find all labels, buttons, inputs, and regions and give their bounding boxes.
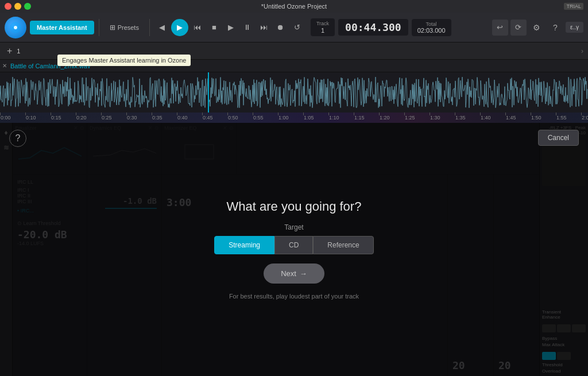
- next-arrow-icon: →: [300, 269, 307, 278]
- toolbar-separator-1: [99, 19, 99, 36]
- app-logo: [5, 17, 26, 38]
- time-display: 00:44.300: [338, 19, 408, 36]
- playhead: [208, 72, 209, 113]
- help-button[interactable]: ?: [547, 20, 563, 36]
- main-content: ♦ ≋ Equalizer ✕ ⊙ Dynamics EQ ✕ ⊙: [0, 123, 588, 376]
- track-info: Track 1: [311, 18, 335, 36]
- timeline-ruler[interactable]: [0, 113, 588, 123]
- presets-label: Presets: [118, 24, 139, 31]
- dialog-box: What are you going for? Target Streaming…: [185, 199, 403, 300]
- target-buttons-group: Streaming CD Reference: [214, 236, 373, 254]
- next-button[interactable]: Next →: [264, 263, 324, 284]
- record-button[interactable]: ⏺: [273, 20, 288, 35]
- undo-button[interactable]: ↩: [492, 20, 508, 36]
- toolbar: Master Assistant Engages Master Assistan…: [0, 13, 588, 42]
- streaming-button[interactable]: Streaming: [214, 236, 274, 254]
- stop-button[interactable]: ■: [207, 20, 222, 35]
- fast-forward-button[interactable]: ⏭: [257, 20, 272, 35]
- track-number-label: 1: [17, 48, 20, 55]
- waveform-area: [0, 72, 588, 113]
- current-time: 00:44.300: [345, 21, 401, 33]
- pause-button[interactable]: ⏸: [240, 20, 255, 35]
- waveform-canvas: [0, 72, 588, 113]
- rewind-start-button[interactable]: ⏮: [190, 20, 205, 35]
- history-button[interactable]: ⟳: [510, 20, 527, 36]
- transport-controls: ◀ ▶ ⏮ ■ ▶ ⏸ ⏭ ⏺ ↺: [154, 19, 305, 36]
- minimize-window-button[interactable]: [14, 3, 21, 10]
- master-assistant-tooltip: Engages Master Assistant learning in Ozo…: [57, 55, 191, 66]
- window-title: *Untitled Ozone Project: [261, 3, 327, 10]
- right-toolbar-buttons: ↩ ⟳ ⚙ ? ε..γ: [492, 20, 583, 36]
- next-label: Next: [281, 269, 296, 278]
- target-label: Target: [284, 223, 303, 231]
- presets-grid-icon: ⊞: [110, 24, 115, 32]
- modal-overlay: ? Cancel What are you going for? Target …: [0, 123, 588, 376]
- track-number-display: 1: [321, 27, 324, 34]
- maximize-window-button[interactable]: [24, 3, 31, 10]
- toolbar-separator-2: [149, 19, 150, 36]
- play-button[interactable]: ▶: [223, 20, 238, 35]
- help-circle-button[interactable]: ?: [9, 130, 26, 147]
- cancel-btn-container: Cancel: [538, 130, 579, 146]
- ruler-canvas: [0, 113, 588, 123]
- track-label-text: Track: [316, 21, 329, 26]
- reference-button[interactable]: Reference: [313, 236, 373, 254]
- add-track-button[interactable]: +: [5, 46, 14, 56]
- cd-button[interactable]: CD: [274, 236, 313, 254]
- master-assistant-button[interactable]: Master Assistant: [30, 21, 94, 34]
- question-btn-container: ?: [9, 130, 26, 147]
- dialog-title: What are you going for?: [227, 199, 362, 214]
- play-main-button[interactable]: ▶: [171, 19, 188, 36]
- close-window-button[interactable]: [5, 3, 11, 10]
- traffic-lights: [5, 3, 31, 10]
- total-info: Total 02:03.000: [412, 19, 451, 36]
- total-label: Total: [426, 21, 437, 27]
- macro-button[interactable]: ε..γ: [566, 22, 583, 33]
- title-bar: *Untitled Ozone Project TRIAL: [0, 0, 588, 13]
- close-track-button[interactable]: ✕: [2, 63, 7, 69]
- hint-text: For best results, play loudest part of y…: [229, 293, 359, 300]
- loop-button[interactable]: ↺: [290, 20, 305, 35]
- question-icon: ?: [16, 133, 21, 144]
- presets-button[interactable]: ⊞ Presets: [104, 20, 145, 35]
- trial-badge: TRIAL: [564, 3, 583, 10]
- total-time: 02:03.000: [417, 27, 446, 34]
- target-section: Target Streaming CD Reference: [214, 223, 373, 254]
- cancel-button[interactable]: Cancel: [538, 130, 579, 146]
- svg-point-1: [14, 26, 17, 29]
- settings-button[interactable]: ⚙: [529, 20, 545, 36]
- prev-button[interactable]: ◀: [154, 20, 169, 35]
- track-scroll-right: ›: [581, 47, 583, 55]
